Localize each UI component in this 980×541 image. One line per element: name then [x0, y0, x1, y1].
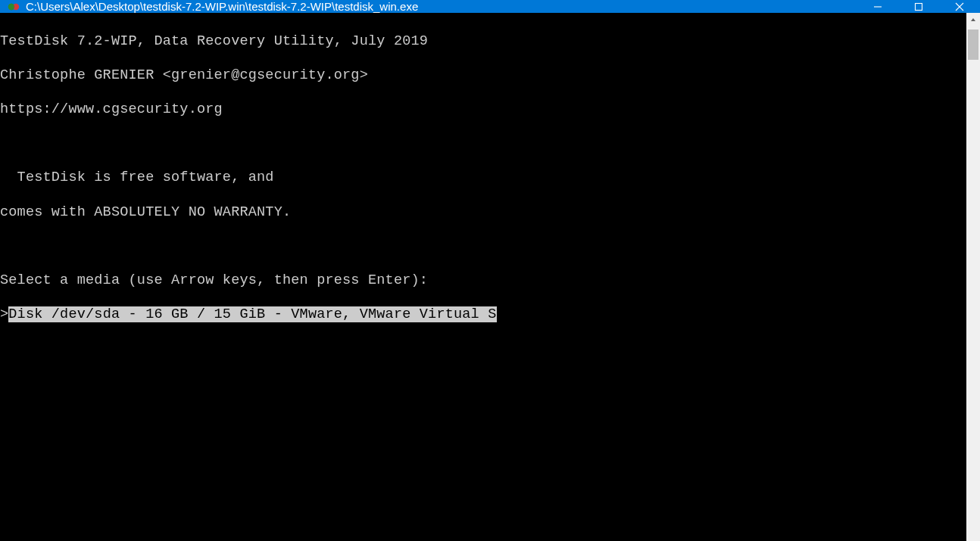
header-line-3: https://www.cgsecurity.org	[0, 101, 966, 119]
close-button[interactable]	[939, 0, 980, 13]
svg-point-2	[8, 3, 14, 9]
minimize-button[interactable]	[857, 0, 898, 13]
blank-line	[0, 409, 966, 427]
svg-rect-4	[916, 3, 922, 10]
maximize-button[interactable]	[898, 0, 939, 13]
scrollbar-track[interactable]	[966, 26, 980, 541]
app-icon	[8, 1, 20, 13]
header-line-1: TestDisk 7.2-WIP, Data Recovery Utility,…	[0, 33, 966, 51]
window-controls	[857, 0, 980, 13]
select-media-prompt: Select a media (use Arrow keys, then pre…	[0, 272, 966, 290]
blank-line	[0, 135, 966, 153]
terminal-output[interactable]: TestDisk 7.2-WIP, Data Recovery Utility,…	[0, 13, 966, 541]
scroll-up-arrow-icon[interactable]	[966, 13, 980, 26]
titlebar[interactable]: C:\Users\Alex\Desktop\testdisk-7.2-WIP.w…	[0, 0, 980, 13]
disk-cursor: >	[0, 306, 8, 322]
window-title: C:\Users\Alex\Desktop\testdisk-7.2-WIP.w…	[26, 0, 857, 13]
blank-line	[0, 340, 966, 358]
disk-entry-selected[interactable]: >Disk /dev/sda - 16 GB / 15 GiB - VMware…	[0, 306, 966, 324]
scrollbar-thumb[interactable]	[968, 30, 978, 60]
blank-line	[0, 443, 966, 461]
intro-line-1: TestDisk is free software, and	[0, 169, 966, 187]
header-line-2: Christophe GRENIER <grenier@cgsecurity.o…	[0, 67, 966, 85]
client-area: TestDisk 7.2-WIP, Data Recovery Utility,…	[0, 13, 980, 541]
blank-line	[0, 375, 966, 392]
disk-label: Disk /dev/sda - 16 GB / 15 GiB - VMware,…	[8, 306, 496, 322]
intro-line-2: comes with ABSOLUTELY NO WARRANTY.	[0, 204, 966, 222]
vertical-scrollbar[interactable]	[966, 13, 980, 541]
blank-line	[0, 238, 966, 256]
app-window: C:\Users\Alex\Desktop\testdisk-7.2-WIP.w…	[0, 0, 980, 541]
blank-line	[0, 511, 966, 529]
blank-line	[0, 477, 966, 495]
